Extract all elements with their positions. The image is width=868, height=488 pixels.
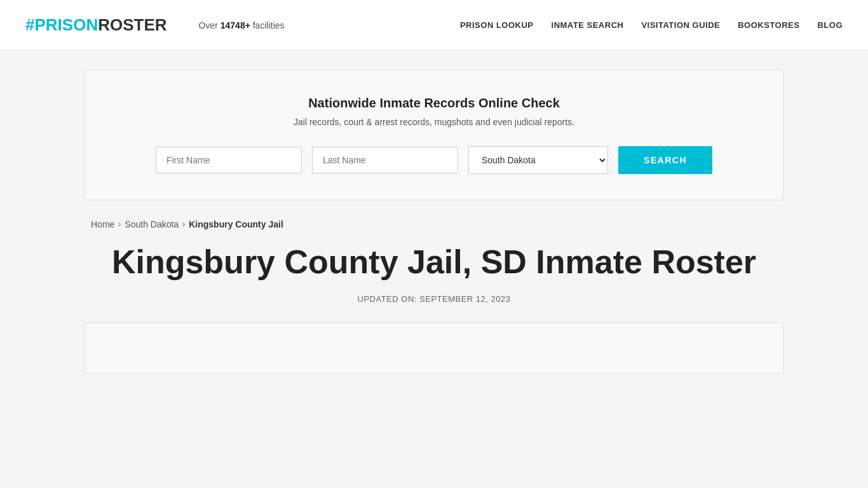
breadcrumb-current: Kingsbury County Jail bbox=[189, 219, 283, 229]
breadcrumb-separator-1: › bbox=[118, 220, 121, 229]
breadcrumb-state[interactable]: South Dakota bbox=[125, 219, 179, 229]
banner-subtitle: Jail records, court & arrest records, mu… bbox=[123, 117, 745, 127]
nav-blog[interactable]: BLOG bbox=[817, 20, 843, 30]
first-name-input[interactable] bbox=[156, 147, 302, 173]
banner-title: Nationwide Inmate Records Online Check bbox=[123, 96, 745, 111]
logo-hash: # bbox=[25, 15, 34, 35]
search-form: AlabamaAlaskaArizonaArkansasCaliforniaCo… bbox=[123, 146, 745, 174]
breadcrumb-home[interactable]: Home bbox=[91, 219, 114, 229]
nav-visitation-guide[interactable]: VISITATION GUIDE bbox=[641, 20, 720, 30]
site-logo[interactable]: #PRISONROSTER bbox=[25, 15, 167, 35]
updated-date: UPDATED ON: SEPTEMBER 12, 2023 bbox=[91, 294, 777, 304]
nav-inmate-search[interactable]: INMATE SEARCH bbox=[552, 20, 624, 30]
page-title: Kingsbury County Jail, SD Inmate Roster bbox=[91, 242, 777, 281]
logo-roster: ROSTER bbox=[98, 15, 166, 35]
nav-prison-lookup[interactable]: PRISON LOOKUP bbox=[460, 20, 534, 30]
facilities-number: 14748+ bbox=[220, 20, 250, 30]
main-nav: PRISON LOOKUP INMATE SEARCH VISITATION G… bbox=[460, 20, 843, 30]
bottom-card bbox=[85, 323, 783, 374]
main-content: Kingsbury County Jail, SD Inmate Roster … bbox=[85, 242, 783, 304]
state-select[interactable]: AlabamaAlaskaArizonaArkansasCaliforniaCo… bbox=[468, 146, 608, 174]
logo-prison: PRISON bbox=[34, 15, 98, 35]
breadcrumb-separator-2: › bbox=[182, 220, 185, 229]
site-header: #PRISONROSTER Over 14748+ facilities PRI… bbox=[0, 0, 868, 51]
last-name-input[interactable] bbox=[312, 147, 458, 173]
search-banner: Nationwide Inmate Records Online Check J… bbox=[85, 70, 783, 200]
search-button[interactable]: SEARCH bbox=[618, 146, 712, 174]
breadcrumb: Home › South Dakota › Kingsbury County J… bbox=[85, 219, 783, 229]
facilities-count-text: Over 14748+ facilities bbox=[199, 20, 285, 30]
nav-bookstores[interactable]: BOOKSTORES bbox=[738, 20, 799, 30]
